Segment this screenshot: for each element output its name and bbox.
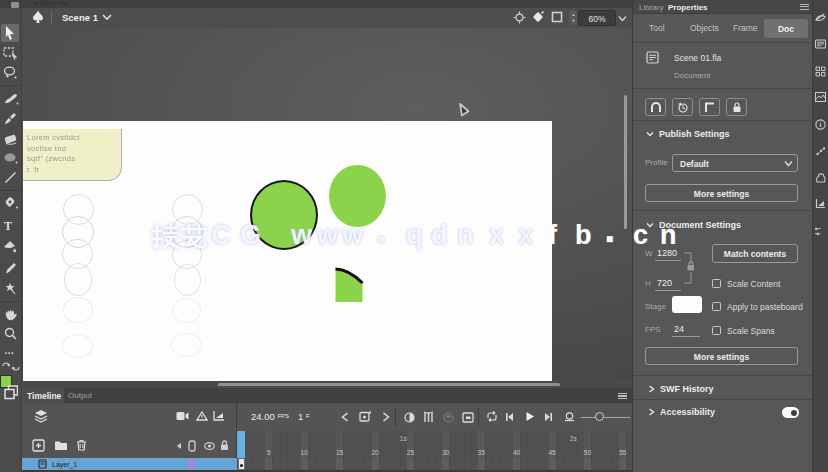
- svg-text:▪■▪: ▪■▪: [815, 231, 821, 236]
